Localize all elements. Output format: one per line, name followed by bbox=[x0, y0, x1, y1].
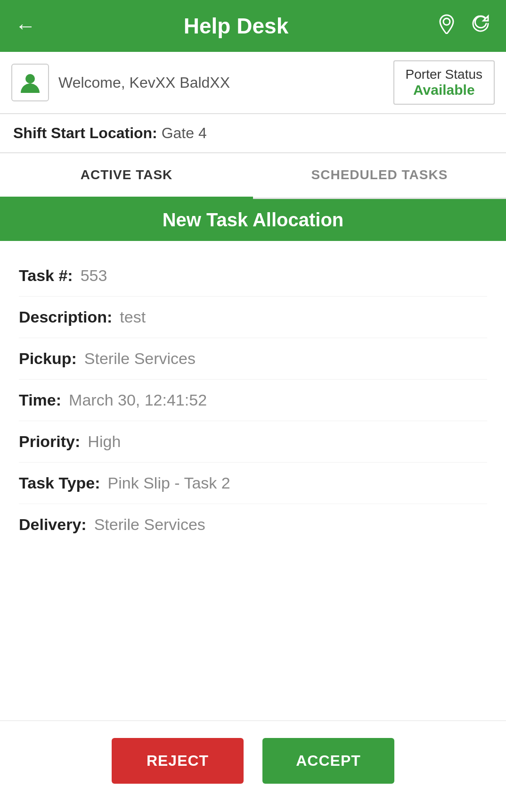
task-type-label: Task Type: bbox=[19, 474, 100, 492]
location-icon[interactable] bbox=[436, 13, 457, 39]
shift-location-value: Gate 4 bbox=[162, 124, 207, 141]
time-label: Time: bbox=[19, 391, 61, 409]
welcome-text: Welcome, KevXX BaldXX bbox=[58, 74, 230, 91]
task-number-row: Task #: 553 bbox=[19, 255, 487, 297]
user-bar: Welcome, KevXX BaldXX Porter Status Avai… bbox=[0, 52, 506, 114]
task-type-row: Task Type: Pink Slip - Task 2 bbox=[19, 463, 487, 504]
tab-active-task[interactable]: ACTIVE TASK bbox=[0, 153, 253, 199]
page-title: Help Desk bbox=[36, 13, 436, 39]
description-value: test bbox=[120, 308, 146, 326]
pickup-value: Sterile Services bbox=[84, 349, 196, 368]
reject-button[interactable]: REJECT bbox=[112, 738, 244, 784]
task-type-value: Pink Slip - Task 2 bbox=[108, 474, 230, 492]
pickup-label: Pickup: bbox=[19, 349, 77, 368]
content-spacer bbox=[0, 559, 506, 721]
tab-active-task-label: ACTIVE TASK bbox=[81, 167, 173, 182]
priority-value: High bbox=[88, 432, 121, 451]
priority-row: Priority: High bbox=[19, 421, 487, 463]
porter-status-value: Available bbox=[406, 82, 482, 98]
porter-status-label: Porter Status bbox=[406, 67, 482, 82]
avatar bbox=[11, 64, 49, 101]
user-info: Welcome, KevXX BaldXX bbox=[11, 64, 230, 101]
priority-label: Priority: bbox=[19, 432, 80, 451]
task-details: Task #: 553 Description: test Pickup: St… bbox=[0, 241, 506, 559]
page-wrapper: ← Help Desk bbox=[0, 0, 506, 812]
description-label: Description: bbox=[19, 308, 112, 326]
header: ← Help Desk bbox=[0, 0, 506, 52]
refresh-icon[interactable] bbox=[470, 13, 491, 39]
header-icons bbox=[436, 13, 491, 39]
task-allocation-title: New Task Allocation bbox=[163, 209, 344, 230]
back-icon: ← bbox=[15, 14, 36, 37]
svg-point-1 bbox=[25, 74, 35, 83]
back-button[interactable]: ← bbox=[15, 16, 36, 36]
shift-location-label: Shift Start Location: bbox=[13, 124, 157, 141]
tab-scheduled-tasks-label: SCHEDULED TASKS bbox=[311, 167, 448, 182]
accept-button[interactable]: ACCEPT bbox=[262, 738, 394, 784]
pickup-row: Pickup: Sterile Services bbox=[19, 338, 487, 380]
time-row: Time: March 30, 12:41:52 bbox=[19, 380, 487, 421]
user-avatar-icon bbox=[17, 69, 43, 96]
delivery-value: Sterile Services bbox=[94, 515, 205, 534]
description-row: Description: test bbox=[19, 297, 487, 338]
task-content: New Task Allocation Task #: 553 Descript… bbox=[0, 199, 506, 721]
time-value: March 30, 12:41:52 bbox=[69, 391, 207, 409]
bottom-buttons: REJECT ACCEPT bbox=[0, 721, 506, 812]
delivery-label: Delivery: bbox=[19, 515, 87, 534]
shift-location-bar: Shift Start Location: Gate 4 bbox=[0, 114, 506, 153]
task-number-value: 553 bbox=[81, 266, 107, 285]
tabs: ACTIVE TASK SCHEDULED TASKS bbox=[0, 153, 506, 199]
porter-status-box: Porter Status Available bbox=[393, 60, 495, 105]
tab-scheduled-tasks[interactable]: SCHEDULED TASKS bbox=[253, 153, 506, 198]
task-allocation-header: New Task Allocation bbox=[0, 199, 506, 241]
svg-point-0 bbox=[443, 18, 450, 25]
delivery-row: Delivery: Sterile Services bbox=[19, 504, 487, 545]
task-number-label: Task #: bbox=[19, 266, 73, 285]
